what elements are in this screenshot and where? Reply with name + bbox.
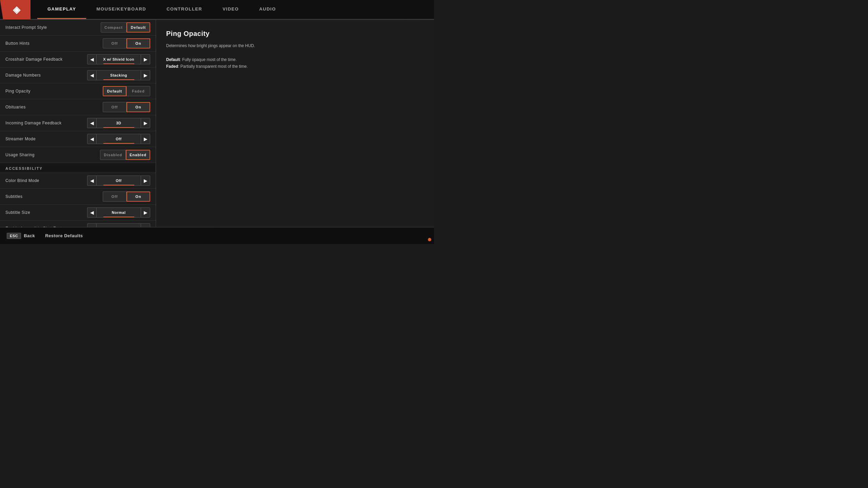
- setting-control-interact-prompt-style: Compact Default: [101, 22, 150, 33]
- tab-gameplay[interactable]: GAMEPLAY: [37, 0, 86, 19]
- info-key-default: Default: [166, 57, 180, 62]
- setting-label-obituaries: Obituaries: [5, 105, 26, 109]
- info-title: Ping Opacity: [166, 30, 424, 38]
- arrow-value-streamer: Off: [97, 134, 141, 144]
- setting-row-subtitle-size: Subtitle Size ◀ Normal ▶: [0, 205, 156, 221]
- info-detail-default: Default: Fully opaque most of the time.: [166, 56, 424, 63]
- setting-control-incoming-damage-feedback: ◀ 3D ▶: [87, 118, 150, 128]
- setting-label-crosshair-damage-feedback: Crosshair Damage Feedback: [5, 57, 63, 62]
- setting-control-streamer-mode: ◀ Off ▶: [87, 134, 150, 144]
- arrow-value-accessible-chat: Off: [97, 223, 141, 227]
- arrow-right-damage-numbers[interactable]: ▶: [141, 70, 150, 80]
- toggle-btn-hints-on[interactable]: On: [126, 38, 150, 48]
- arrow-value-incoming-damage: 3D: [97, 118, 141, 128]
- setting-row-color-blind-mode: Color Blind Mode ◀ Off ▶: [0, 173, 156, 189]
- toggle-btn-ping-default[interactable]: Default: [103, 86, 126, 96]
- arrow-left-incoming-damage[interactable]: ◀: [87, 118, 97, 128]
- setting-row-ping-opacity: Ping Opacity Default Faded: [0, 83, 156, 99]
- setting-control-ping-opacity: Default Faded: [103, 86, 150, 96]
- info-text-default: : Fully opaque most of the time.: [180, 57, 237, 62]
- bottom-bar: ESC Back Restore Defaults: [0, 227, 434, 244]
- arrow-left-color-blind[interactable]: ◀: [87, 176, 97, 186]
- arrow-right-accessible-chat[interactable]: ▶: [141, 223, 150, 227]
- toggle-btn-compact[interactable]: Compact: [101, 22, 126, 33]
- setting-control-color-blind-mode: ◀ Off ▶: [87, 176, 150, 186]
- info-key-faded: Faded: [166, 64, 178, 69]
- setting-control-accessible-chat: ◀ Off ▶: [87, 223, 150, 227]
- esc-key-badge: ESC: [7, 233, 21, 239]
- setting-label-incoming-damage-feedback: Incoming Damage Feedback: [5, 121, 61, 125]
- main-content: Interact Prompt Style Compact Default Bu…: [0, 20, 434, 227]
- info-panel: Ping Opacity Determines how bright pings…: [156, 20, 434, 227]
- info-text-faded: : Partially transparent most of the time…: [178, 64, 248, 69]
- setting-row-interact-prompt-style: Interact Prompt Style Compact Default: [0, 20, 156, 36]
- arrow-value-damage-numbers: Stacking: [97, 70, 141, 80]
- setting-row-usage-sharing: Usage Sharing Disabled Enabled: [0, 147, 156, 163]
- back-label: Back: [24, 233, 35, 238]
- toggle-btn-enabled[interactable]: Enabled: [126, 150, 150, 160]
- setting-label-usage-sharing: Usage Sharing: [5, 152, 35, 157]
- arrow-right-subtitle-size[interactable]: ▶: [141, 207, 150, 218]
- setting-row-obituaries: Obituaries Off On: [0, 99, 156, 115]
- setting-row-crosshair-damage-feedback: Crosshair Damage Feedback ◀ X w/ Shield …: [0, 52, 156, 67]
- setting-control-subtitles: Off On: [103, 191, 150, 202]
- tab-audio[interactable]: AUDIO: [249, 0, 286, 19]
- restore-defaults-button[interactable]: Restore Defaults: [45, 233, 83, 238]
- apex-logo-icon: ◈: [13, 4, 20, 15]
- arrow-right-color-blind[interactable]: ▶: [141, 176, 150, 186]
- info-description: Determines how bright pings appear on th…: [166, 42, 424, 70]
- arrow-value-crosshair: X w/ Shield Icon: [97, 54, 141, 64]
- top-navigation: ◈ GAMEPLAY MOUSE/KEYBOARD CONTROLLER VID…: [0, 0, 434, 20]
- tab-video[interactable]: VIDEO: [212, 0, 249, 19]
- restore-defaults-label: Restore Defaults: [45, 233, 83, 238]
- toggle-btn-obituaries-on[interactable]: On: [126, 102, 150, 112]
- toggle-btn-default[interactable]: Default: [126, 22, 150, 33]
- arrow-left-crosshair[interactable]: ◀: [87, 54, 97, 64]
- info-detail-faded: Faded: Partially transparent most of the…: [166, 63, 424, 70]
- setting-control-usage-sharing: Disabled Enabled: [100, 150, 150, 160]
- setting-row-streamer-mode: Streamer Mode ◀ Off ▶: [0, 131, 156, 147]
- logo-area: ◈: [0, 0, 31, 19]
- setting-label-ping-opacity: Ping Opacity: [5, 89, 31, 94]
- settings-panel: Interact Prompt Style Compact Default Bu…: [0, 20, 156, 227]
- setting-label-streamer-mode: Streamer Mode: [5, 137, 36, 141]
- toggle-btn-subtitles-off[interactable]: Off: [103, 191, 126, 202]
- section-header-accessibility: ACCESSIBILITY: [0, 163, 156, 173]
- toggle-btn-obituaries-off[interactable]: Off: [103, 102, 126, 112]
- setting-row-accessible-chat: Enable Accessible Chat Features ◀ Off ▶: [0, 221, 156, 227]
- arrow-left-streamer[interactable]: ◀: [87, 134, 97, 144]
- setting-control-button-hints: Off On: [103, 38, 150, 48]
- arrow-value-subtitle-size: Normal: [97, 207, 141, 218]
- arrow-left-subtitle-size[interactable]: ◀: [87, 207, 97, 218]
- setting-label-interact-prompt-style: Interact Prompt Style: [5, 25, 47, 30]
- status-dot: [428, 238, 431, 241]
- setting-label-subtitle-size: Subtitle Size: [5, 210, 30, 215]
- setting-row-incoming-damage-feedback: Incoming Damage Feedback ◀ 3D ▶: [0, 115, 156, 131]
- arrow-left-accessible-chat[interactable]: ◀: [87, 223, 97, 227]
- info-description-main: Determines how bright pings appear on th…: [166, 42, 424, 49]
- toggle-btn-disabled[interactable]: Disabled: [100, 150, 126, 160]
- arrow-value-color-blind: Off: [97, 176, 141, 186]
- arrow-left-damage-numbers[interactable]: ◀: [87, 70, 97, 80]
- setting-label-subtitles: Subtitles: [5, 194, 23, 199]
- setting-control-damage-numbers: ◀ Stacking ▶: [87, 70, 150, 80]
- setting-row-subtitles: Subtitles Off On: [0, 189, 156, 205]
- toggle-btn-hints-off[interactable]: Off: [103, 38, 126, 48]
- nav-tabs: GAMEPLAY MOUSE/KEYBOARD CONTROLLER VIDEO…: [37, 0, 286, 19]
- arrow-right-incoming-damage[interactable]: ▶: [141, 118, 150, 128]
- toggle-btn-subtitles-on[interactable]: On: [126, 191, 150, 202]
- toggle-btn-ping-faded[interactable]: Faded: [126, 86, 150, 96]
- tab-controller[interactable]: CONTROLLER: [156, 0, 212, 19]
- arrow-right-crosshair[interactable]: ▶: [141, 54, 150, 64]
- setting-control-subtitle-size: ◀ Normal ▶: [87, 207, 150, 218]
- setting-label-button-hints: Button Hints: [5, 41, 29, 46]
- setting-label-color-blind-mode: Color Blind Mode: [5, 178, 39, 183]
- setting-label-damage-numbers: Damage Numbers: [5, 73, 41, 78]
- setting-control-crosshair-damage-feedback: ◀ X w/ Shield Icon ▶: [87, 54, 150, 64]
- setting-row-button-hints: Button Hints Off On: [0, 36, 156, 52]
- tab-mouse-keyboard[interactable]: MOUSE/KEYBOARD: [86, 0, 156, 19]
- back-button[interactable]: ESC Back: [7, 233, 35, 239]
- arrow-right-streamer[interactable]: ▶: [141, 134, 150, 144]
- setting-row-damage-numbers: Damage Numbers ◀ Stacking ▶: [0, 67, 156, 83]
- setting-control-obituaries: Off On: [103, 102, 150, 112]
